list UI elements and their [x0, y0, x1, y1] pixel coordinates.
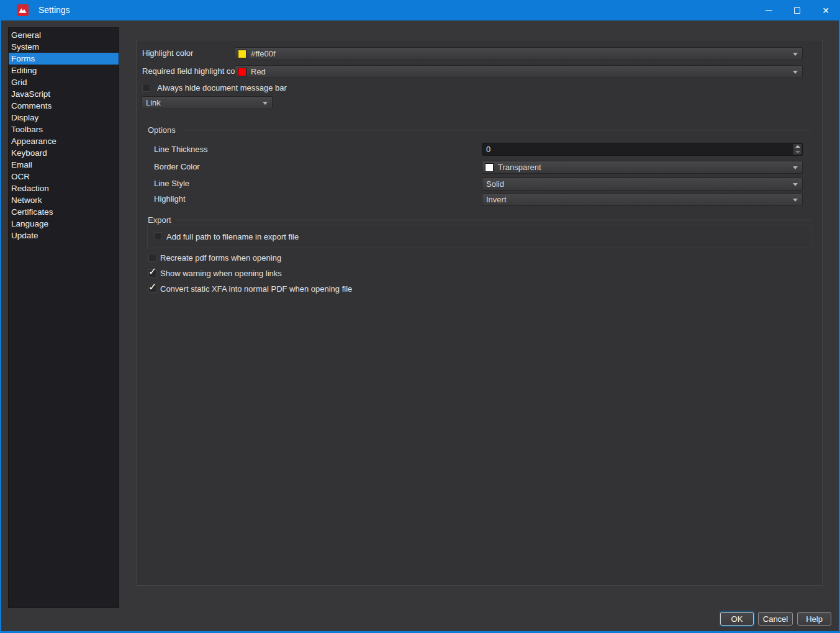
close-button[interactable]: ✕ [811, 0, 840, 20]
sidebar-item-editing[interactable]: Editing [9, 65, 119, 76]
sidebar-item-language[interactable]: Language [9, 218, 119, 230]
highlight-mode-combo[interactable]: Invert [482, 193, 803, 206]
sidebar-item-general[interactable]: General [9, 29, 119, 41]
chevron-down-icon [793, 166, 798, 169]
chevron-down-icon [793, 53, 798, 56]
spin-up-icon [795, 145, 800, 148]
convert-xfa-checkbox[interactable] [148, 285, 156, 293]
chevron-down-icon [793, 71, 798, 74]
maximize-icon [794, 7, 800, 14]
add-full-path-label: Add full path to filename in export file [166, 233, 299, 241]
export-group-line [176, 220, 811, 220]
help-button[interactable]: Help [797, 612, 831, 626]
line-thickness-spinner[interactable] [793, 144, 802, 155]
highlight-color-swatch [238, 50, 246, 58]
export-group-title: Export [148, 216, 171, 225]
ok-button[interactable]: OK [720, 612, 754, 626]
window-title: Settings [38, 5, 70, 15]
highlight-color-value: #ffe00f [251, 49, 276, 58]
settings-window: Settings ✕ General System Forms Editing … [0, 0, 840, 633]
line-style-value: Solid [486, 179, 504, 189]
required-field-color-combo[interactable]: Red [235, 65, 803, 78]
sidebar-item-certificates[interactable]: Certificates [9, 206, 119, 218]
forms-settings-panel [136, 40, 823, 586]
chevron-down-icon [793, 199, 798, 202]
close-icon: ✕ [822, 6, 829, 15]
sidebar-item-toolbars[interactable]: Toolbars [9, 123, 119, 135]
sidebar-item-forms[interactable]: Forms [9, 53, 119, 65]
show-warning-links-label: Show warning when opening links [160, 269, 282, 278]
line-thickness-label: Line Thickness [154, 145, 207, 154]
sidebar-item-network[interactable]: Network [9, 194, 119, 206]
app-logo-icon [17, 4, 29, 16]
recreate-pdf-forms-label: Recreate pdf forms when opening [160, 254, 281, 263]
sidebar-item-ocr[interactable]: OCR [9, 171, 119, 182]
highlight-color-combo[interactable]: #ffe00f [235, 47, 803, 60]
convert-xfa-label: Convert static XFA into normal PDF when … [160, 285, 352, 294]
hide-message-bar-label: Always hide document message bar [157, 84, 287, 92]
field-type-combo[interactable]: Link [142, 96, 273, 109]
sidebar-item-display[interactable]: Display [9, 112, 119, 123]
field-type-value: Link [146, 98, 161, 107]
sidebar-item-javascript[interactable]: JavaScript [9, 88, 119, 100]
sidebar-item-update[interactable]: Update [9, 230, 119, 241]
border-color-swatch [485, 163, 494, 172]
options-group-title: Options [148, 126, 176, 135]
minimize-button[interactable] [754, 0, 783, 20]
spin-down-icon [795, 151, 800, 153]
chevron-down-icon [793, 183, 798, 186]
highlight-color-label: Highlight color [142, 49, 193, 58]
sidebar-item-keyboard[interactable]: Keyboard [9, 147, 119, 159]
border-color-combo[interactable]: Transparent [482, 161, 803, 174]
line-style-label: Line Style [154, 179, 189, 188]
highlight-mode-label: Highlight [154, 195, 186, 204]
required-field-color-label: Required field highlight color [142, 67, 244, 76]
window-controls: ✕ [754, 0, 840, 20]
settings-category-list: General System Forms Editing Grid JavaSc… [8, 27, 119, 608]
sidebar-item-email[interactable]: Email [9, 159, 119, 171]
line-style-combo[interactable]: Solid [482, 177, 803, 191]
sidebar-item-system[interactable]: System [9, 41, 119, 53]
hide-message-bar-checkbox[interactable] [142, 84, 150, 92]
required-field-color-swatch [238, 68, 246, 76]
highlight-mode-value: Invert [486, 195, 507, 204]
line-thickness-input[interactable]: 0 [482, 143, 803, 156]
border-color-label: Border Color [154, 163, 200, 171]
sidebar-item-grid[interactable]: Grid [9, 76, 119, 88]
add-full-path-checkbox[interactable] [154, 232, 162, 240]
line-thickness-value: 0 [486, 145, 490, 154]
required-field-color-value: Red [251, 67, 266, 76]
window-border-left [0, 20, 1, 633]
maximize-button[interactable] [783, 0, 811, 20]
sidebar-item-appearance[interactable]: Appearance [9, 135, 119, 147]
options-group-line [182, 130, 811, 130]
sidebar-item-comments[interactable]: Comments [9, 100, 119, 112]
cancel-button[interactable]: Cancel [758, 612, 793, 626]
border-color-value: Transparent [498, 163, 541, 172]
titlebar: Settings ✕ [0, 0, 840, 20]
sidebar-item-redaction[interactable]: Redaction [9, 182, 119, 194]
chevron-down-icon [263, 102, 268, 105]
recreate-pdf-forms-checkbox[interactable] [148, 254, 156, 262]
minimize-icon [765, 10, 772, 11]
show-warning-links-checkbox[interactable] [148, 269, 156, 277]
